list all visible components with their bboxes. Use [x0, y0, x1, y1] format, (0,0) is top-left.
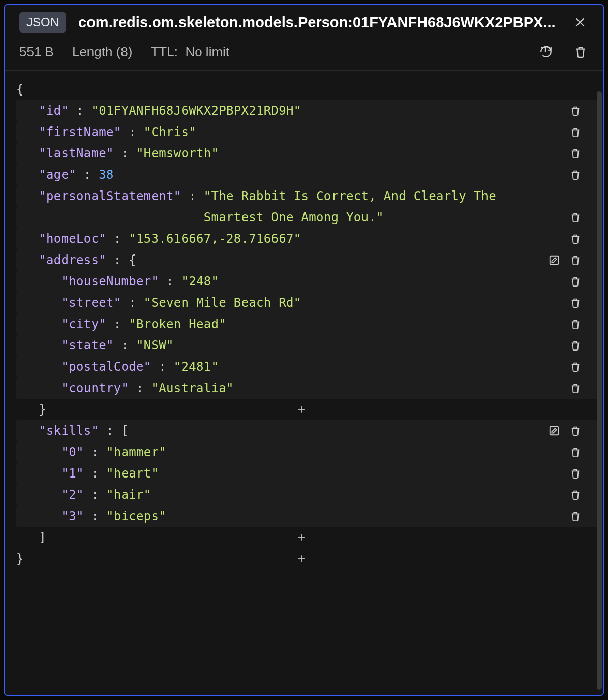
json-row: "street" : "Seven Mile Beach Rd" — [16, 292, 598, 313]
delete-field-button[interactable] — [567, 465, 584, 482]
delete-field-button[interactable] — [567, 145, 584, 162]
delete-field-button[interactable] — [567, 124, 584, 140]
plus-icon — [296, 404, 307, 415]
edit-field-button[interactable] — [546, 423, 562, 439]
edit-field-button[interactable] — [546, 252, 562, 268]
size-label: 551 B — [19, 44, 54, 60]
json-row: "0" : "hammer" — [16, 441, 598, 463]
delete-field-button[interactable] — [567, 444, 584, 460]
edit-icon — [549, 254, 560, 266]
json-row: "age" : 38 — [16, 164, 598, 185]
trash-icon — [570, 297, 581, 308]
delete-field-button[interactable] — [567, 487, 584, 503]
value-personalStatement-l1: The Rabbit Is Correct, And Clearly The — [211, 189, 496, 203]
trash-icon — [570, 126, 581, 138]
json-row: { — [16, 79, 598, 100]
value-street: Seven Mile Beach Rd — [151, 296, 294, 310]
value-age: 38 — [99, 168, 114, 182]
json-content: { "id" : "01FYANFH68J6WKX2PBPX21RD9H" "f… — [5, 71, 603, 695]
value-skill-3: biceps — [114, 509, 159, 523]
delete-field-button[interactable] — [567, 423, 584, 439]
refresh-icon — [539, 45, 553, 58]
trash-icon — [570, 361, 581, 372]
refresh-button[interactable] — [538, 44, 554, 60]
json-row: "3" : "biceps" — [16, 505, 598, 527]
trash-icon — [570, 148, 581, 159]
svg-rect-5 — [550, 427, 559, 435]
trash-icon — [570, 254, 581, 266]
key-title: com.redis.om.skeleton.models.Person:01FY… — [78, 14, 559, 31]
value-lastName: Hemsworth — [144, 146, 211, 161]
delete-field-button[interactable] — [567, 316, 584, 332]
trash-icon — [570, 468, 581, 479]
json-row: "state" : "NSW" — [16, 335, 598, 356]
trash-icon — [570, 319, 581, 330]
trash-icon — [574, 45, 587, 58]
trash-icon — [570, 233, 581, 244]
close-icon — [573, 16, 587, 29]
delete-field-button[interactable] — [567, 273, 584, 290]
json-row: "postalCode" : "2481" — [16, 356, 598, 377]
value-skill-1: heart — [114, 466, 151, 481]
json-row: "lastName" : "Hemsworth" — [16, 143, 598, 164]
value-homeLoc: 153.616667,-28.716667 — [136, 232, 294, 246]
plus-icon — [296, 554, 307, 564]
json-row: "1" : "heart" — [16, 463, 598, 484]
value-postalCode: 2481 — [181, 360, 211, 374]
delete-field-button[interactable] — [567, 209, 584, 226]
json-row: "city" : "Broken Head" — [16, 313, 598, 335]
value-id: 01FYANFH68J6WKX2PBPX21RD9H — [99, 104, 293, 118]
plus-icon — [296, 532, 307, 543]
key-detail-panel: JSON com.redis.om.skeleton.models.Person… — [4, 4, 604, 696]
delete-field-button[interactable] — [567, 167, 584, 183]
trash-icon — [570, 105, 581, 116]
trash-icon — [570, 340, 581, 351]
delete-field-button[interactable] — [567, 295, 584, 311]
json-row: } — [16, 548, 598, 569]
close-button[interactable] — [571, 14, 589, 31]
value-country: Australia — [159, 381, 226, 395]
delete-field-button[interactable] — [567, 359, 584, 375]
value-skill-2: hair — [114, 488, 144, 502]
json-row: "country" : "Australia" — [16, 377, 598, 399]
trash-icon — [570, 169, 581, 180]
add-field-button[interactable] — [295, 403, 308, 416]
trash-icon — [570, 425, 581, 436]
delete-field-button[interactable] — [567, 103, 584, 119]
title-row: JSON com.redis.om.skeleton.models.Person… — [5, 5, 603, 38]
trash-icon — [570, 276, 581, 287]
value-city: Broken Head — [136, 317, 219, 331]
json-row: "houseNumber" : "248" — [16, 271, 598, 292]
trash-icon — [570, 489, 581, 500]
json-row: } — [16, 399, 598, 420]
scrollbar[interactable] — [597, 91, 602, 690]
delete-field-button[interactable] — [567, 252, 584, 268]
json-row: "firstName" : "Chris" — [16, 121, 598, 143]
json-row: ] — [16, 527, 598, 548]
ttl-group: TTL: No limit — [150, 44, 229, 60]
json-row: Smartest One Among You." — [16, 207, 598, 228]
delete-field-button[interactable] — [567, 337, 584, 354]
value-houseNumber: 248 — [189, 274, 211, 289]
edit-icon — [549, 425, 560, 436]
delete-field-button[interactable] — [567, 380, 584, 396]
json-row: "skills" : [ — [16, 420, 598, 441]
delete-field-button[interactable] — [567, 231, 584, 247]
trash-icon — [570, 511, 581, 522]
ttl-value: No limit — [185, 44, 229, 59]
json-row: "address" : { — [16, 249, 598, 271]
trash-icon — [570, 447, 581, 458]
length-label: Length (8) — [72, 44, 133, 60]
trash-icon — [570, 212, 581, 223]
json-row: "id" : "01FYANFH68J6WKX2PBPX21RD9H" — [16, 100, 598, 121]
meta-row: 551 B Length (8) TTL: No limit — [5, 38, 603, 71]
add-field-button[interactable] — [295, 553, 308, 565]
delete-field-button[interactable] — [567, 508, 584, 524]
add-field-button[interactable] — [295, 531, 308, 544]
delete-key-button[interactable] — [572, 44, 589, 60]
json-row: "personalStatement" : "The Rabbit Is Cor… — [16, 185, 598, 207]
type-badge: JSON — [19, 12, 66, 33]
value-firstName: Chris — [151, 125, 189, 139]
ttl-label: TTL: — [150, 44, 177, 59]
value-personalStatement-l2: Smartest One Among You. — [204, 210, 376, 225]
